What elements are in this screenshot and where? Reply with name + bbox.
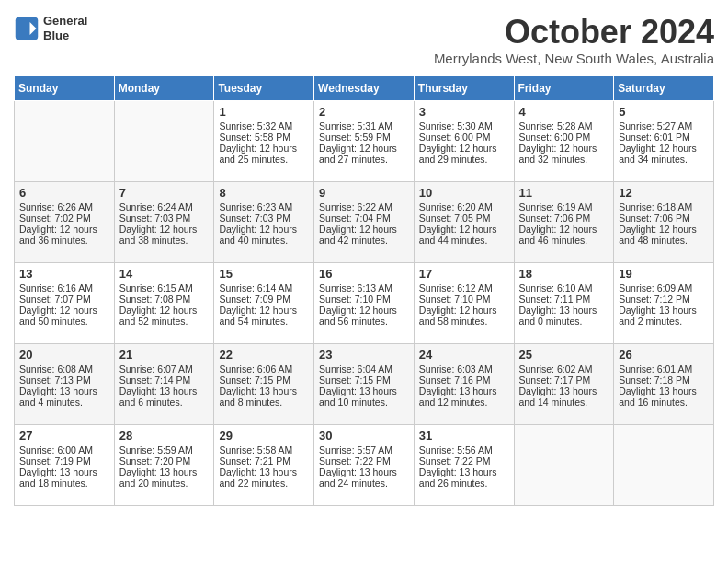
- calendar-cell: 28Sunrise: 5:59 AMSunset: 7:20 PMDayligh…: [114, 424, 214, 505]
- sunrise-text: Sunrise: 6:19 AM: [519, 201, 609, 213]
- weekday-header: Saturday: [614, 75, 714, 100]
- daylight-text: Daylight: 12 hours and 34 minutes.: [619, 143, 709, 165]
- sunrise-text: Sunrise: 5:28 AM: [519, 121, 609, 132]
- sunrise-text: Sunrise: 6:06 AM: [219, 363, 309, 374]
- daylight-text: Daylight: 12 hours and 40 minutes.: [219, 224, 309, 246]
- daylight-text: Daylight: 13 hours and 10 minutes.: [319, 385, 409, 408]
- calendar-cell: 21Sunrise: 6:07 AMSunset: 7:14 PMDayligh…: [114, 343, 214, 424]
- daylight-text: Daylight: 13 hours and 14 minutes.: [519, 385, 609, 408]
- calendar-header-row: SundayMondayTuesdayWednesdayThursdayFrid…: [15, 75, 714, 100]
- sunrise-text: Sunrise: 6:01 AM: [619, 363, 709, 374]
- sunset-text: Sunset: 7:14 PM: [119, 374, 210, 385]
- sunset-text: Sunset: 6:01 PM: [619, 132, 709, 143]
- sunset-text: Sunset: 7:04 PM: [319, 213, 409, 224]
- sunset-text: Sunset: 7:13 PM: [19, 374, 109, 385]
- sunset-text: Sunset: 7:11 PM: [519, 293, 609, 304]
- calendar-cell: 31Sunrise: 5:56 AMSunset: 7:22 PMDayligh…: [414, 424, 514, 505]
- day-number: 30: [319, 429, 409, 442]
- sunset-text: Sunset: 7:20 PM: [119, 455, 210, 466]
- day-number: 11: [519, 186, 609, 200]
- daylight-text: Daylight: 12 hours and 29 minutes.: [419, 143, 509, 165]
- logo: General Blue: [14, 14, 87, 42]
- sunrise-text: Sunrise: 6:20 AM: [419, 201, 509, 213]
- daylight-text: Daylight: 12 hours and 32 minutes.: [519, 143, 609, 165]
- daylight-text: Daylight: 13 hours and 20 minutes.: [119, 466, 210, 488]
- sunset-text: Sunset: 7:10 PM: [419, 293, 509, 304]
- day-number: 16: [319, 267, 409, 281]
- calendar-cell: 13Sunrise: 6:16 AMSunset: 7:07 PMDayligh…: [15, 262, 115, 343]
- day-number: 9: [319, 186, 409, 200]
- calendar-cell: 25Sunrise: 6:02 AMSunset: 7:17 PMDayligh…: [514, 343, 614, 424]
- day-number: 4: [519, 105, 609, 119]
- weekday-header: Friday: [514, 75, 614, 100]
- daylight-text: Daylight: 13 hours and 4 minutes.: [19, 385, 109, 408]
- sunset-text: Sunset: 7:05 PM: [419, 213, 509, 224]
- sunset-text: Sunset: 7:08 PM: [119, 293, 210, 304]
- calendar-week-row: 27Sunrise: 6:00 AMSunset: 7:19 PMDayligh…: [15, 424, 714, 505]
- daylight-text: Daylight: 12 hours and 56 minutes.: [319, 304, 409, 327]
- sunrise-text: Sunrise: 5:32 AM: [219, 121, 309, 132]
- sunrise-text: Sunrise: 6:04 AM: [319, 363, 409, 374]
- calendar-cell: 30Sunrise: 5:57 AMSunset: 7:22 PMDayligh…: [314, 424, 415, 505]
- sunrise-text: Sunrise: 6:03 AM: [419, 363, 509, 374]
- title-block: October 2024 Merrylands West, New South …: [434, 14, 714, 72]
- calendar-week-row: 6Sunrise: 6:26 AMSunset: 7:02 PMDaylight…: [15, 181, 714, 262]
- weekday-header: Monday: [114, 75, 214, 100]
- calendar-cell: 11Sunrise: 6:19 AMSunset: 7:06 PMDayligh…: [514, 181, 614, 262]
- day-number: 6: [19, 186, 109, 200]
- day-number: 13: [19, 267, 109, 281]
- sunrise-text: Sunrise: 6:10 AM: [519, 282, 609, 293]
- day-number: 20: [19, 348, 109, 362]
- calendar-cell: [114, 100, 214, 181]
- calendar-cell: 9Sunrise: 6:22 AMSunset: 7:04 PMDaylight…: [314, 181, 415, 262]
- sunset-text: Sunset: 5:58 PM: [219, 132, 309, 143]
- location-title: Merrylands West, New South Wales, Austra…: [434, 51, 714, 66]
- sunset-text: Sunset: 7:17 PM: [519, 374, 609, 385]
- calendar-week-row: 1Sunrise: 5:32 AMSunset: 5:58 PMDaylight…: [15, 100, 714, 181]
- sunrise-text: Sunrise: 5:59 AM: [119, 444, 210, 455]
- calendar-cell: 29Sunrise: 5:58 AMSunset: 7:21 PMDayligh…: [214, 424, 314, 505]
- calendar-cell: 19Sunrise: 6:09 AMSunset: 7:12 PMDayligh…: [614, 262, 714, 343]
- day-number: 2: [319, 105, 409, 119]
- calendar-cell: 6Sunrise: 6:26 AMSunset: 7:02 PMDaylight…: [15, 181, 115, 262]
- calendar-cell: 3Sunrise: 5:30 AMSunset: 6:00 PMDaylight…: [414, 100, 514, 181]
- calendar-cell: 16Sunrise: 6:13 AMSunset: 7:10 PMDayligh…: [314, 262, 415, 343]
- daylight-text: Daylight: 13 hours and 16 minutes.: [619, 385, 709, 408]
- logo-icon: [14, 16, 40, 41]
- sunset-text: Sunset: 7:06 PM: [619, 213, 709, 224]
- calendar-cell: 26Sunrise: 6:01 AMSunset: 7:18 PMDayligh…: [614, 343, 714, 424]
- day-number: 7: [119, 186, 210, 200]
- calendar-cell: 4Sunrise: 5:28 AMSunset: 6:00 PMDaylight…: [514, 100, 614, 181]
- sunrise-text: Sunrise: 5:56 AM: [419, 444, 509, 455]
- calendar-cell: 20Sunrise: 6:08 AMSunset: 7:13 PMDayligh…: [15, 343, 115, 424]
- daylight-text: Daylight: 13 hours and 22 minutes.: [219, 466, 309, 488]
- sunset-text: Sunset: 7:07 PM: [19, 293, 109, 304]
- sunset-text: Sunset: 7:03 PM: [219, 213, 309, 224]
- sunset-text: Sunset: 5:59 PM: [319, 132, 409, 143]
- daylight-text: Daylight: 12 hours and 50 minutes.: [19, 304, 109, 327]
- sunset-text: Sunset: 7:09 PM: [219, 293, 309, 304]
- sunrise-text: Sunrise: 5:27 AM: [619, 121, 709, 132]
- sunrise-text: Sunrise: 6:26 AM: [19, 201, 109, 213]
- daylight-text: Daylight: 13 hours and 26 minutes.: [419, 466, 509, 488]
- calendar-cell: 17Sunrise: 6:12 AMSunset: 7:10 PMDayligh…: [414, 262, 514, 343]
- weekday-header: Wednesday: [314, 75, 415, 100]
- daylight-text: Daylight: 12 hours and 36 minutes.: [19, 224, 109, 246]
- day-number: 5: [619, 105, 709, 119]
- calendar-cell: 27Sunrise: 6:00 AMSunset: 7:19 PMDayligh…: [15, 424, 115, 505]
- daylight-text: Daylight: 12 hours and 38 minutes.: [119, 224, 210, 246]
- calendar-cell: 18Sunrise: 6:10 AMSunset: 7:11 PMDayligh…: [514, 262, 614, 343]
- day-number: 25: [519, 348, 609, 362]
- calendar-cell: 23Sunrise: 6:04 AMSunset: 7:15 PMDayligh…: [314, 343, 415, 424]
- daylight-text: Daylight: 13 hours and 6 minutes.: [119, 385, 210, 408]
- day-number: 17: [419, 267, 509, 281]
- sunset-text: Sunset: 7:22 PM: [319, 455, 409, 466]
- calendar-cell: 14Sunrise: 6:15 AMSunset: 7:08 PMDayligh…: [114, 262, 214, 343]
- calendar-body: 1Sunrise: 5:32 AMSunset: 5:58 PMDaylight…: [15, 100, 714, 505]
- day-number: 18: [519, 267, 609, 281]
- day-number: 1: [219, 105, 309, 119]
- sunset-text: Sunset: 7:15 PM: [319, 374, 409, 385]
- sunrise-text: Sunrise: 6:23 AM: [219, 201, 309, 213]
- day-number: 27: [19, 429, 109, 442]
- day-number: 3: [419, 105, 509, 119]
